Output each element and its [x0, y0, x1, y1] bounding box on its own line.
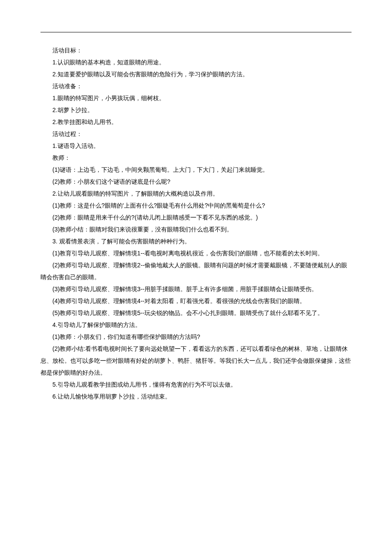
- text-line: 1.认识眼睛的基本构造，知道眼睛的用途。: [52, 56, 352, 68]
- text-line: (2)教师：小朋友们这个谜语的谜底是什么呢?: [52, 176, 352, 188]
- text-line: 4.引导幼儿了解保护眼睛的方法。: [52, 319, 352, 331]
- horizontal-divider: [40, 32, 352, 32]
- text-line: 2.让幼儿观看眼睛的特写图片，了解眼睛的大概构造以及作用。: [52, 188, 352, 199]
- text-line: (1)教育引导幼儿观察、理解情境1--看电视时离电视机很近，会伤害我们的眼睛，也…: [52, 247, 352, 259]
- document-body: 5.引导幼儿观看教学挂图或幼儿用书，懂得有危害的行为不可以去做。 6.让幼儿愉快…: [40, 379, 352, 402]
- text-line: 活动过程：: [52, 128, 352, 140]
- text-line: 都是保护眼睛的好办法。: [40, 367, 352, 379]
- text-line: (1)谜语：上边毛，下边毛，中间夹颗黑葡萄。上大门，下大门，关起门来就睡觉。: [52, 164, 352, 176]
- text-line: 1.谜语导入活动。: [52, 140, 352, 152]
- text-line: 2.教学挂图和幼儿用书。: [52, 116, 352, 128]
- text-line: 3. 观看情景表演，了解可能会伤害眼睛的种种行为。: [52, 235, 352, 247]
- text-line: 6.让幼儿愉快地享用胡萝卜沙拉，活动结束。: [52, 390, 352, 402]
- text-line: (1)教师：这是什么?眼睛的'上面有什么?眼睫毛有什么用处?中间的黑葡萄是什么?: [52, 199, 352, 211]
- text-line: (2)教师引导幼儿观察、理解情境2--偷偷地戴大人的眼镜。眼睛有问题的时候才需要…: [52, 259, 352, 271]
- wrapped-continuation: 息、放松。也可以多吃一些对眼睛有好处的胡萝卜、鸭肝、猪肝等。等我们长大一点儿，我…: [40, 355, 352, 379]
- text-line: (2)教师：眼睛是用来干什么的?(请幼儿闭上眼睛感受一下看不见东西的感觉。): [52, 211, 352, 223]
- text-line: 2.胡萝卜沙拉。: [52, 104, 352, 116]
- text-line: (5)教师引导幼儿观察、理解情境5--玩尖锐的物品。会不小心扎到眼睛。眼睛受伤了…: [52, 307, 352, 319]
- text-line: 活动目标：: [52, 44, 352, 56]
- text-line: 5.引导幼儿观看教学挂图或幼儿用书，懂得有危害的行为不可以去做。: [52, 379, 352, 390]
- text-line: (3)教师引导幼儿观察、理解情境3--用脏手揉眼睛。脏手上有许多细菌，用脏手揉眼…: [52, 283, 352, 295]
- wrapped-paragraph: (2)教师引导幼儿观察、理解情境2--偷偷地戴大人的眼镜。眼睛有问题的时候才需要…: [40, 259, 352, 271]
- wrapped-paragraph: (2)教师小结:看书看电视时间长了要向远处眺望一下，看看远方的东西，还可以看看绿…: [40, 343, 352, 355]
- text-line: 1.眼睛的特写图片，小男孩玩偶，细树枝。: [52, 92, 352, 104]
- document-body: (3)教师引导幼儿观察、理解情境3--用脏手揉眼睛。脏手上有许多细菌，用脏手揉眼…: [40, 283, 352, 343]
- text-line: (1)教师：小朋友们，你们知道有哪些保护眼睛的方法吗?: [52, 331, 352, 343]
- document-body: 活动目标： 1.认识眼睛的基本构造，知道眼睛的用途。 2.知道要爱护眼睛以及可能…: [40, 44, 352, 259]
- text-line: 睛会伤害自己的眼睛。: [40, 271, 352, 283]
- text-line: 教师：: [52, 152, 352, 164]
- text-line: 息、放松。也可以多吃一些对眼睛有好处的胡萝卜、鸭肝、猪肝等。等我们长大一点儿，我…: [40, 355, 352, 367]
- text-line: (3)教师小结：眼睛对我们来说很重要，没有眼睛我们什么也看不到。: [52, 223, 352, 235]
- wrapped-continuation: 睛会伤害自己的眼睛。: [40, 271, 352, 283]
- text-line: (2)教师小结:看书看电视时间长了要向远处眺望一下，看看远方的东西，还可以看看绿…: [52, 343, 352, 355]
- text-line: (4)教师引导幼儿观察、理解情境4--对着太阳看，盯着强光看。看很强的光线会伤害…: [52, 295, 352, 307]
- text-line: 活动准备：: [52, 80, 352, 92]
- text-line: 2.知道要爱护眼睛以及可能会伤害眼睛的危险行为，学习保护眼睛的方法。: [52, 68, 352, 80]
